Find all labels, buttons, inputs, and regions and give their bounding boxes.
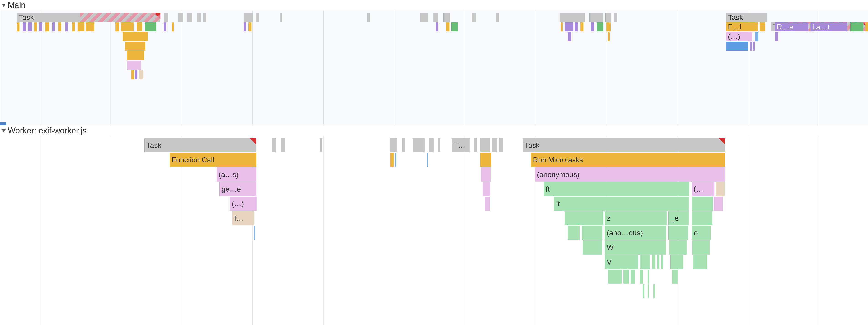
worker-track-header[interactable]: Worker: exif-worker.js xyxy=(0,125,868,136)
flame-bar[interactable]: W xyxy=(604,240,666,255)
flame-bar[interactable] xyxy=(28,22,32,31)
flame-bar[interactable] xyxy=(760,22,765,31)
flame-bar[interactable] xyxy=(137,22,142,31)
flame-bar[interactable] xyxy=(452,22,458,31)
flame-bar[interactable] xyxy=(775,32,778,41)
flame-bar[interactable]: La…t xyxy=(810,22,847,31)
flame-bar[interactable]: Function Call xyxy=(169,153,256,167)
flame-bar[interactable]: V xyxy=(604,255,639,269)
flame-bar[interactable] xyxy=(244,22,246,31)
flame-bar[interactable] xyxy=(164,13,168,22)
flame-bar[interactable] xyxy=(565,22,573,31)
flame-bar[interactable]: T… xyxy=(452,138,470,152)
flame-bar[interactable] xyxy=(483,182,490,196)
flame-bar[interactable] xyxy=(139,70,143,79)
flame-bar[interactable]: o xyxy=(692,226,711,240)
flame-bar[interactable] xyxy=(145,22,156,31)
flame-bar[interactable]: f… xyxy=(232,211,254,225)
flame-bar[interactable] xyxy=(256,13,259,22)
flame-bar[interactable] xyxy=(589,13,603,22)
flame-bar[interactable] xyxy=(123,32,148,41)
flame-bar[interactable]: ge…e xyxy=(219,182,256,196)
flame-bar[interactable]: ft xyxy=(544,182,689,196)
flame-bar[interactable]: Run Microtasks xyxy=(531,153,725,167)
worker-flame-chart[interactable]: TaskT…TaskFunction Call(a…s)ge…e(…)f…Run… xyxy=(0,136,868,325)
flame-bar[interactable] xyxy=(608,270,622,284)
flame-bar[interactable] xyxy=(693,255,707,269)
flame-bar[interactable] xyxy=(496,13,499,22)
main-track-header[interactable]: Main xyxy=(0,0,868,10)
flame-bar[interactable] xyxy=(480,138,490,152)
flame-bar[interactable] xyxy=(436,22,438,31)
flame-bar[interactable] xyxy=(716,182,724,196)
flame-bar[interactable] xyxy=(653,284,655,298)
flame-bar[interactable] xyxy=(575,22,578,31)
flame-bar[interactable]: z xyxy=(604,211,667,225)
flame-bar[interactable] xyxy=(714,197,723,211)
flame-bar[interactable] xyxy=(591,22,594,31)
flame-bar[interactable] xyxy=(135,70,137,79)
flame-bar[interactable]: R…e xyxy=(775,22,808,31)
flame-bar[interactable] xyxy=(582,226,602,240)
flame-bar[interactable] xyxy=(272,138,276,152)
flame-bar[interactable] xyxy=(606,13,611,22)
flame-bar[interactable] xyxy=(755,32,758,41)
flame-bar[interactable] xyxy=(692,211,712,225)
flame-bar[interactable] xyxy=(86,22,94,31)
flame-bar[interactable]: (anonymous) xyxy=(535,168,725,181)
flame-bar[interactable] xyxy=(17,22,20,31)
flame-bar[interactable] xyxy=(78,22,84,31)
flame-bar[interactable] xyxy=(471,13,475,22)
flame-bar[interactable] xyxy=(561,22,563,31)
flame-bar[interactable] xyxy=(640,255,650,269)
flame-bar[interactable] xyxy=(121,22,134,31)
flame-bar[interactable] xyxy=(493,138,497,152)
flame-bar[interactable] xyxy=(204,13,206,22)
flame-bar[interactable] xyxy=(178,13,183,22)
flame-bar[interactable] xyxy=(608,32,610,41)
flame-bar[interactable] xyxy=(197,13,200,22)
flame-bar[interactable] xyxy=(564,211,603,225)
flame-bar[interactable] xyxy=(413,138,425,152)
flame-bar[interactable] xyxy=(669,240,686,255)
flame-bar[interactable] xyxy=(433,13,438,22)
flame-bar[interactable] xyxy=(34,22,37,31)
flame-bar[interactable] xyxy=(580,22,584,31)
flame-bar[interactable] xyxy=(850,22,863,31)
flame-bar[interactable] xyxy=(131,70,134,79)
flame-bar[interactable] xyxy=(115,22,119,31)
flame-bar[interactable]: _e xyxy=(669,211,688,225)
flame-bar[interactable] xyxy=(568,32,571,41)
flame-bar[interactable] xyxy=(281,138,285,152)
flame-bar[interactable]: (a…s) xyxy=(217,168,256,181)
flame-bar[interactable] xyxy=(474,138,477,152)
flame-bar[interactable] xyxy=(499,138,503,152)
flame-bar[interactable] xyxy=(568,226,580,240)
flame-bar[interactable]: lt xyxy=(554,197,688,211)
flame-bar[interactable] xyxy=(657,255,659,269)
flame-bar[interactable]: F…l xyxy=(726,22,758,31)
flame-bar[interactable] xyxy=(652,255,655,269)
flame-bar[interactable] xyxy=(127,61,141,70)
flame-bar[interactable] xyxy=(866,22,868,31)
flame-bar[interactable] xyxy=(614,13,617,22)
flame-bar[interactable] xyxy=(692,240,710,255)
flame-bar[interactable] xyxy=(648,284,649,298)
flame-bar[interactable] xyxy=(750,41,752,51)
flame-bar[interactable]: (… xyxy=(691,182,714,196)
flame-bar[interactable] xyxy=(244,13,253,22)
flame-bar[interactable] xyxy=(39,22,42,31)
flame-bar[interactable] xyxy=(670,255,683,269)
flame-bar[interactable] xyxy=(367,13,370,22)
flame-bar[interactable] xyxy=(672,270,678,284)
flame-bar[interactable] xyxy=(127,51,144,60)
flame-bar[interactable] xyxy=(692,197,713,211)
flame-bar[interactable] xyxy=(597,22,603,31)
flame-bar[interactable] xyxy=(429,138,434,152)
flame-bar[interactable] xyxy=(172,22,174,31)
flame-bar[interactable]: (…) xyxy=(726,32,752,41)
flame-bar[interactable] xyxy=(443,13,450,22)
flame-bar[interactable] xyxy=(402,138,405,152)
flame-bar[interactable] xyxy=(583,240,602,255)
main-flame-chart[interactable]: TaskTaskTaskF…lR…eLa…t(…) xyxy=(0,10,868,125)
